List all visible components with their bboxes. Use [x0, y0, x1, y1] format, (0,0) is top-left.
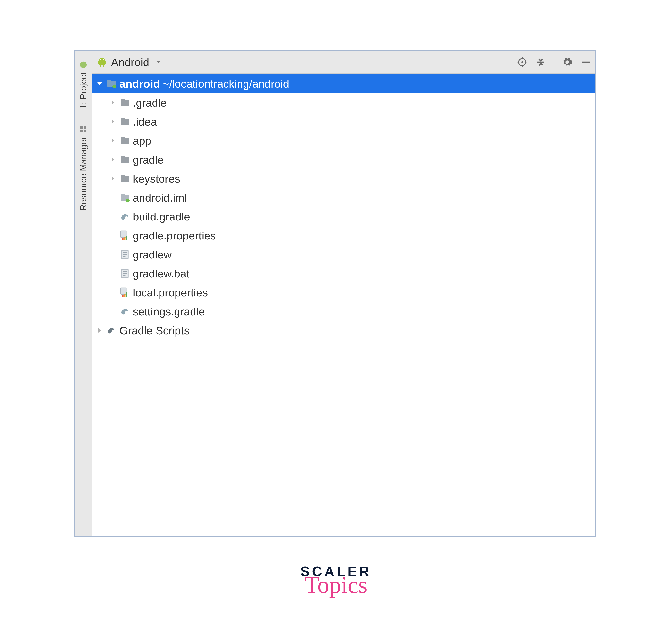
- android-icon: [96, 57, 108, 68]
- gradle-scripts-group[interactable]: Gradle Scripts: [92, 321, 595, 340]
- folder-icon: [119, 173, 131, 184]
- tree-folder[interactable]: keystores: [92, 169, 595, 188]
- svg-rect-36: [124, 294, 125, 297]
- folder-label: .idea: [133, 115, 157, 128]
- file-label: build.gradle: [133, 210, 190, 223]
- android-small-icon: [80, 61, 87, 69]
- tree-file[interactable]: gradlew: [92, 245, 595, 264]
- svg-point-17: [521, 61, 523, 63]
- svg-rect-34: [120, 288, 126, 294]
- gear-icon[interactable]: [562, 57, 573, 68]
- resource-manager-tab[interactable]: Resource Manager: [79, 119, 88, 217]
- folder-icon: [119, 97, 131, 109]
- properties-icon: [119, 287, 131, 299]
- tree-folder[interactable]: .gradle: [92, 93, 595, 112]
- file-label: gradlew.bat: [133, 267, 189, 280]
- side-tab-separator: [77, 117, 89, 117]
- view-selector[interactable]: Android: [96, 56, 517, 69]
- tree-folder[interactable]: gradle: [92, 150, 595, 169]
- svg-rect-1: [81, 130, 83, 132]
- module-folder-icon: [106, 78, 117, 90]
- tree-file[interactable]: settings.gradle: [92, 302, 595, 321]
- project-tool-window: 1: Project Resource Manager: [74, 50, 596, 537]
- folder-icon: [119, 154, 131, 166]
- gradle-icon: [119, 306, 131, 318]
- tree-file[interactable]: local.properties: [92, 283, 595, 302]
- tree-folder[interactable]: app: [92, 131, 595, 150]
- text-file-icon: [119, 248, 131, 260]
- root-path: ~/locationtracking/android: [163, 77, 289, 90]
- svg-rect-25: [126, 236, 127, 240]
- resource-manager-tab-label: Resource Manager: [79, 137, 88, 211]
- module-file-icon: [119, 192, 131, 203]
- resource-manager-icon: [80, 125, 87, 134]
- folder-label: keystores: [133, 172, 180, 185]
- file-label: settings.gradle: [133, 305, 205, 318]
- chevron-right-icon: [94, 325, 105, 335]
- folder-icon: [119, 116, 131, 128]
- main-area: Android: [92, 51, 595, 536]
- watermark: SCALER Topics: [300, 564, 372, 596]
- folder-label: gradle: [133, 153, 164, 166]
- folder-label: .gradle: [133, 96, 166, 109]
- file-label: local.properties: [133, 286, 208, 299]
- collapse-icon[interactable]: [535, 57, 546, 68]
- chevron-right-icon: [108, 116, 118, 127]
- file-label: gradlew: [133, 248, 172, 261]
- minimize-icon[interactable]: [580, 57, 591, 68]
- header-actions: [517, 57, 591, 68]
- tree-file[interactable]: android.iml: [92, 188, 595, 207]
- header-separator: [554, 57, 554, 68]
- svg-rect-7: [105, 61, 106, 64]
- svg-point-11: [103, 59, 104, 60]
- svg-rect-2: [81, 126, 83, 129]
- svg-rect-6: [98, 61, 99, 64]
- folder-label: app: [133, 134, 151, 147]
- watermark-line2: Topics: [300, 574, 372, 596]
- svg-point-20: [112, 85, 116, 88]
- tree-file[interactable]: gradlew.bat: [92, 264, 595, 283]
- svg-point-21: [126, 199, 130, 202]
- svg-point-0: [80, 62, 87, 68]
- chevron-right-icon: [108, 154, 118, 165]
- svg-rect-9: [103, 65, 104, 67]
- properties-icon: [119, 229, 131, 241]
- chevron-right-icon: [108, 135, 118, 146]
- svg-rect-35: [122, 295, 124, 298]
- chevron-right-icon: [108, 173, 118, 184]
- svg-point-10: [100, 59, 101, 60]
- project-tree[interactable]: android ~/locationtracking/android .grad…: [92, 74, 595, 536]
- tree-folder[interactable]: .idea: [92, 112, 595, 131]
- chevron-right-icon: [108, 97, 118, 108]
- svg-rect-24: [124, 237, 125, 240]
- gradle-icon: [119, 211, 131, 222]
- svg-rect-4: [84, 126, 86, 129]
- tree-file[interactable]: gradle.properties: [92, 226, 595, 245]
- text-file-icon: [119, 267, 131, 280]
- project-tab[interactable]: 1: Project: [79, 55, 88, 115]
- svg-rect-37: [126, 292, 127, 297]
- tree-file[interactable]: build.gradle: [92, 207, 595, 226]
- side-tab-strip: 1: Project Resource Manager: [75, 51, 92, 536]
- gradle-icon: [106, 325, 117, 336]
- file-label: android.iml: [133, 191, 187, 204]
- tree-root[interactable]: android ~/locationtracking/android: [92, 74, 595, 93]
- svg-rect-5: [99, 61, 105, 65]
- chevron-down-icon: [153, 57, 164, 68]
- chevron-down-icon: [94, 79, 105, 89]
- target-icon[interactable]: [517, 57, 528, 68]
- svg-rect-22: [120, 231, 126, 238]
- svg-rect-3: [84, 130, 86, 132]
- project-tab-label: 1: Project: [79, 72, 88, 109]
- folder-icon: [119, 135, 131, 147]
- view-label: Android: [111, 56, 149, 69]
- file-label: gradle.properties: [133, 229, 216, 242]
- svg-rect-23: [122, 239, 124, 240]
- panel-header: Android: [92, 51, 595, 74]
- svg-rect-8: [100, 65, 101, 67]
- root-name: android: [119, 77, 160, 90]
- scripts-label: Gradle Scripts: [119, 324, 189, 337]
